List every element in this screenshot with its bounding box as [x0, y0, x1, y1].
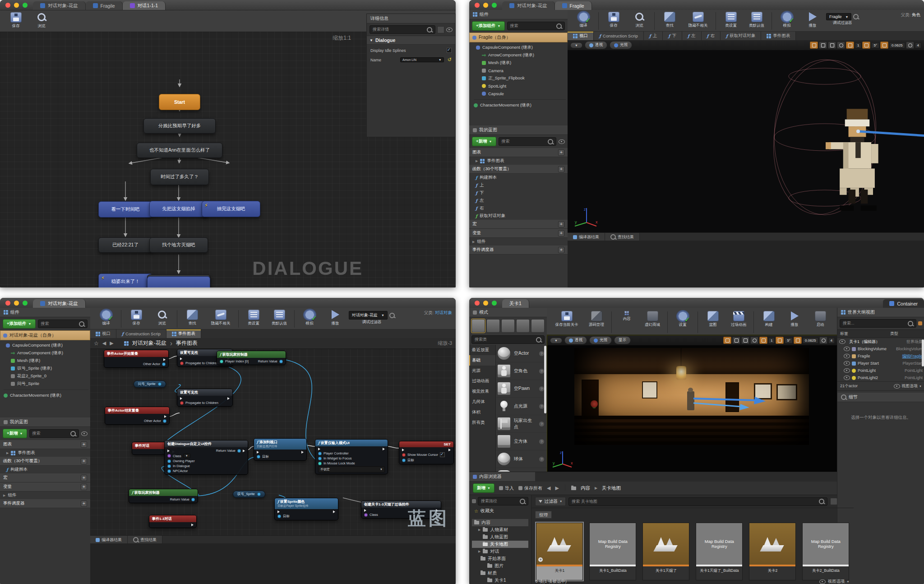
class-defaults-button[interactable]: 类默认值	[744, 11, 769, 29]
class-select[interactable]: ▼	[183, 454, 190, 458]
zoom-icon[interactable]	[492, 301, 497, 306]
move-tool-icon[interactable]	[810, 42, 818, 49]
construction-script-row[interactable]: ƒ构建脚本	[469, 174, 568, 181]
find-button[interactable]: 查找	[180, 309, 204, 327]
place-item-player-start[interactable]: 玩家出生点?	[496, 415, 547, 433]
tab-viewport[interactable]: 视口	[90, 329, 116, 338]
eye-icon[interactable]	[81, 431, 88, 436]
grid-snap-icon[interactable]	[759, 337, 767, 344]
hide-unrelated-button[interactable]: 隐藏不相关	[206, 309, 236, 327]
camera-speed-icon[interactable]	[906, 42, 914, 49]
back-button[interactable]: ◀	[102, 340, 106, 346]
component-row[interactable]: Camera	[474, 67, 566, 74]
add-variable-button[interactable]: +	[558, 230, 564, 236]
add-to-viewport-node[interactable]: ƒ 添加到视口目标是用户控件 目标	[254, 438, 307, 461]
breadcrumb-root[interactable]: 对话对象-花盆	[132, 339, 166, 347]
rotation-snap-icon[interactable]	[776, 337, 784, 344]
save-level-button[interactable]: 保存当前关卡	[550, 311, 583, 328]
scale-snap-value[interactable]: 0.0625	[803, 338, 818, 343]
lit-button[interactable]: 光照	[589, 336, 612, 344]
landscape-mode-icon[interactable]	[501, 319, 515, 333]
close-icon[interactable]	[5, 3, 10, 8]
expander-icon[interactable]: ▶	[3, 494, 5, 497]
rotation-snap-value[interactable]: 5°	[785, 338, 793, 343]
show-button[interactable]: 显示	[614, 336, 631, 344]
blueprint-search-input[interactable]: 搜索	[29, 429, 79, 438]
dialogue-node[interactable]: 找个地方灭烟吧	[149, 237, 208, 253]
blueprints-button[interactable]: 蓝图	[701, 311, 725, 328]
show-cursor-checkbox[interactable]	[440, 452, 445, 457]
section-dispatchers[interactable]: 事件调度器+	[469, 246, 568, 255]
place-item-point-light[interactable]: 点光源?	[496, 398, 547, 415]
filter-chip-texture[interactable]: 纹理	[535, 511, 552, 519]
add-macro-button[interactable]: +	[81, 475, 87, 481]
scale-snap-value[interactable]: 0.0625	[889, 42, 905, 48]
minimize-icon[interactable]	[483, 301, 488, 306]
section-variables[interactable]: 变量+	[0, 482, 90, 491]
component-search-input[interactable]: 搜索	[38, 320, 88, 328]
path-current[interactable]: 关卡地图	[602, 485, 621, 491]
compile-button[interactable]: 编译	[571, 11, 596, 29]
close-icon[interactable]	[5, 301, 10, 306]
path-search-input[interactable]: 搜索路径	[478, 497, 528, 505]
place-item-sphere[interactable]: 球体?	[496, 450, 547, 468]
rotation-snap-icon[interactable]	[862, 42, 870, 49]
rotate-tool-icon[interactable]	[819, 42, 827, 49]
save-button[interactable]: 保存	[124, 309, 148, 327]
marketplace-button[interactable]: 虚幻商城	[640, 311, 665, 328]
grid-view-icon[interactable]	[437, 26, 444, 33]
component-row[interactable]: CharacterMovement (继承)	[474, 102, 566, 109]
browse-button[interactable]: 浏览	[150, 309, 174, 327]
tree-row[interactable]: 图片	[472, 562, 528, 570]
components-category-row[interactable]: ▶组件	[469, 238, 568, 246]
content-browser-tab[interactable]: 内容浏览器	[469, 472, 535, 482]
idle-splines-checkbox[interactable]	[447, 48, 452, 53]
cinematics-button[interactable]: 过场动画	[726, 311, 751, 328]
viewport-options-button[interactable]: ▼	[550, 338, 562, 343]
event-graph-row[interactable]: ▶事件图表	[0, 449, 90, 457]
my-blueprint-tab[interactable]: 我的蓝图	[469, 125, 568, 135]
camera-speed-value[interactable]: 4	[828, 338, 835, 343]
move-tool-icon[interactable]	[723, 337, 731, 344]
components-category-row[interactable]: ▶组件	[0, 491, 90, 499]
results-log[interactable]	[568, 241, 924, 287]
lit-button[interactable]: 光照	[610, 41, 632, 49]
component-row[interactable]: CapsuleComponent (继承)	[4, 342, 88, 349]
browse-button[interactable]: 浏览	[627, 11, 651, 29]
grid-snap-value[interactable]: 1	[855, 42, 861, 48]
debug-object-select[interactable]: 对话对象-花盆▼	[349, 311, 388, 320]
eye-icon[interactable]	[559, 139, 565, 144]
place-item-empty-character[interactable]: 空角色?	[496, 362, 547, 380]
dialogue-node[interactable]: 已经22:21了	[98, 237, 152, 253]
components-tab[interactable]: 组件	[469, 10, 568, 19]
outliner-row[interactable]: Player StartPlayerStart	[837, 360, 924, 367]
outliner-row[interactable]: 关卡1（编辑器）世界场景	[837, 338, 924, 345]
scale-snap-icon[interactable]	[794, 337, 802, 344]
filter-button[interactable]: 过滤器▼	[535, 497, 566, 506]
add-component-button[interactable]: +添加组件▼	[3, 319, 36, 329]
source-control-button[interactable]: 源码管理	[584, 311, 609, 328]
component-search-input[interactable]: 搜索	[507, 22, 565, 30]
tab-dialogue-object[interactable]: 对话对象-花盆	[33, 1, 86, 10]
settings-button[interactable]: 设置	[670, 311, 695, 328]
add-variable-button[interactable]: +	[81, 484, 87, 490]
compile-button[interactable]: 编译	[94, 309, 118, 327]
details-tab[interactable]: 详细信息	[367, 14, 455, 23]
place-item-empty-actor[interactable]: 空Actor?	[496, 345, 547, 362]
debug-object-select[interactable]: Fragile▼	[826, 13, 851, 20]
place-mode-icon[interactable]	[471, 319, 485, 333]
cat-vfx[interactable]: 视觉效果	[469, 386, 495, 397]
tab-fragile[interactable]: Fragile	[86, 1, 123, 10]
event-graph-canvas[interactable]: 事件Actor开始重叠 Other Actor 设置可见性 Propagate …	[90, 349, 456, 535]
minimize-icon[interactable]	[14, 301, 19, 306]
visibility-eye-icon[interactable]	[844, 347, 850, 351]
section-graphs[interactable]: 图表+	[0, 440, 90, 449]
visibility-eye-icon[interactable]	[844, 368, 850, 373]
function-row[interactable]: ƒ上	[469, 181, 568, 189]
save-all-button[interactable]: 保存所有	[518, 485, 542, 491]
component-row[interactable]: 花盆2_Sprite_0	[4, 372, 88, 380]
tab-event-graph[interactable]: 事件图表	[166, 329, 201, 338]
compiler-results-tab[interactable]: 编译器结果	[90, 536, 128, 544]
modes-tab[interactable]: 模式	[469, 308, 547, 317]
dialogue-node-start[interactable]: Start	[159, 94, 200, 110]
